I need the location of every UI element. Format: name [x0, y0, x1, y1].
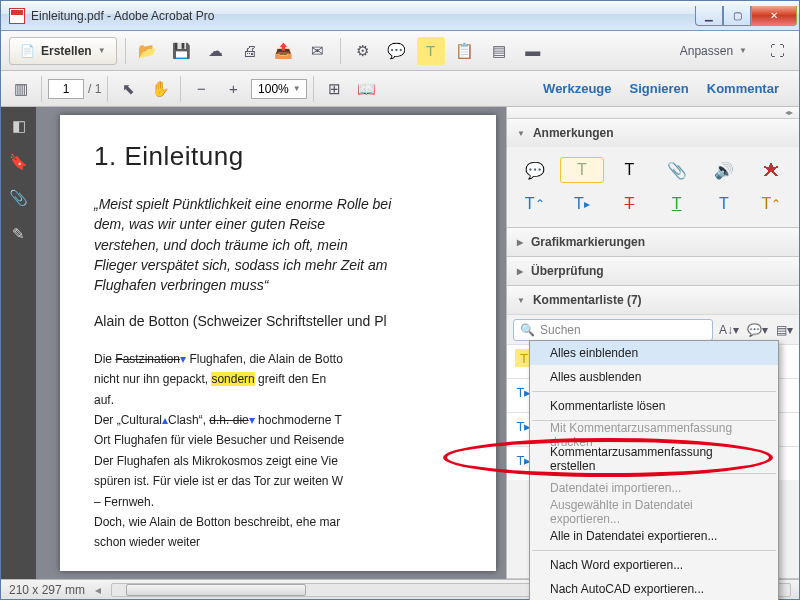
app-icon [9, 8, 25, 24]
zoom-level[interactable]: 100%▼ [251, 79, 307, 99]
author-text: Alain de Botton (Schweizer Schriftstelle… [94, 311, 462, 331]
toolbar-main: 📄 Erstellen ▼ 📂 💾 ☁ 🖨 📤 ✉ ⚙ 💬 T 📋 ▤ ▬ An… [1, 31, 799, 71]
save-button[interactable]: 💾 [168, 37, 196, 65]
cloud-button[interactable]: ☁ [202, 37, 230, 65]
menu-show-all[interactable]: Alles einblenden [530, 341, 778, 365]
underline-tool[interactable]: T [655, 191, 698, 217]
menu-print-summary: Mit Kommentarzusammenfassung drucken [530, 423, 778, 447]
pdf-page: 1. Einleitung „Meist spielt Pünktlichkei… [60, 115, 496, 571]
attach-tool[interactable]: 📎 [655, 157, 698, 183]
customize-label: Anpassen [680, 44, 733, 58]
tools-link[interactable]: Werkzeuge [543, 81, 611, 96]
zoom-in-button[interactable]: + [219, 75, 247, 103]
search-input[interactable]: 🔍 Suchen [513, 319, 713, 341]
nav-pane: ◧ 🔖 📎 ✎ [1, 107, 36, 579]
annotations-header[interactable]: ▼Anmerkungen [507, 119, 799, 147]
thumbnails-icon[interactable]: ◧ [10, 117, 28, 135]
create-label: Erstellen [41, 44, 92, 58]
signatures-icon[interactable]: ✎ [10, 225, 28, 243]
highlight-tool[interactable]: T [560, 157, 603, 183]
sort-button[interactable]: A↓▾ [719, 323, 739, 337]
insert-text-tool[interactable]: T⌃ [513, 191, 556, 217]
separator [340, 38, 341, 64]
menu-export-selected: Ausgewählte in Datendatei exportieren... [530, 500, 778, 524]
highlight-button[interactable]: T [417, 37, 445, 65]
bookmarks-icon[interactable]: 🔖 [10, 153, 28, 171]
menu-separator [532, 550, 776, 551]
attachments-icon[interactable]: 📎 [10, 189, 28, 207]
mail-button[interactable]: ✉ [304, 37, 332, 65]
menu-export-autocad[interactable]: Nach AutoCAD exportieren... [530, 577, 778, 600]
chevron-down-icon: ▼ [517, 129, 525, 138]
close-button[interactable]: ✕ [751, 6, 797, 26]
list-options: A↓▾ 💬▾ ▤▾ [719, 323, 793, 337]
commentlist-header[interactable]: ▼Kommentarliste (7) [507, 286, 799, 314]
separator [41, 76, 42, 102]
page-dimensions: 210 x 297 mm [9, 583, 85, 597]
separator [125, 38, 126, 64]
gear-button[interactable]: ⚙ [349, 37, 377, 65]
sign-link[interactable]: Signieren [630, 81, 689, 96]
annotation-tools: 💬 T T 📎 🔊 🟊 T⌃ T▸ T T T T⌃ [507, 147, 799, 227]
quote-text: „Meist spielt Pünktlichkeit eine enorme … [94, 194, 394, 295]
scroll-thumb[interactable] [126, 584, 306, 596]
chevron-down-icon: ▼ [517, 296, 525, 305]
panel-links: Werkzeuge Signieren Kommentar [543, 81, 793, 96]
menu-export-all[interactable]: Alle in Datendatei exportieren... [530, 524, 778, 548]
chevron-right-icon: ▶ [517, 238, 523, 247]
review-section: ▶Überprüfung [507, 257, 799, 286]
menu-export-word[interactable]: Nach Word exportieren... [530, 553, 778, 577]
zoom-out-button[interactable]: − [187, 75, 215, 103]
fullscreen-button[interactable]: ⛶ [763, 37, 791, 65]
strikethrough-text: Fastzination [115, 352, 180, 366]
form-button[interactable]: ▤ [485, 37, 513, 65]
window-title: Einleitung.pdf - Adobe Acrobat Pro [31, 9, 695, 23]
comment-link[interactable]: Kommentar [707, 81, 779, 96]
note-button[interactable]: 💬 [383, 37, 411, 65]
fit-tool[interactable]: ⊞ [320, 75, 348, 103]
toolbar-nav: ▥ / 1 ⬉ ✋ − + 100%▼ ⊞ 📖 Werkzeuge Signie… [1, 71, 799, 107]
menu-hide-all[interactable]: Alles ausblenden [530, 365, 778, 389]
menu-create-summary[interactable]: Kommentarzusammenfassung erstellen [530, 447, 778, 471]
strikeout-tool[interactable]: T [608, 191, 651, 217]
share-button[interactable]: 📤 [270, 37, 298, 65]
read-tool[interactable]: 📖 [352, 75, 380, 103]
text-tool[interactable]: T [608, 157, 651, 183]
stamp-tool[interactable]: 🟊 [750, 157, 793, 183]
minimize-button[interactable]: ▁ [695, 6, 723, 26]
graphics-header[interactable]: ▶Grafikmarkierungen [507, 228, 799, 256]
panel-collapse[interactable]: ◂▸ [507, 107, 799, 119]
page-input[interactable] [48, 79, 84, 99]
options-button[interactable]: ▤▾ [776, 323, 793, 337]
menu-import-data: Datendatei importieren... [530, 476, 778, 500]
print-button[interactable]: 🖨 [236, 37, 264, 65]
options-menu: Alles einblenden Alles ausblenden Kommen… [529, 340, 779, 600]
search-icon: 🔍 [520, 323, 535, 337]
create-button[interactable]: 📄 Erstellen ▼ [9, 37, 117, 65]
menu-separator [532, 391, 776, 392]
pdf-icon: 📄 [20, 44, 35, 58]
menu-detach-list[interactable]: Kommentarliste lösen [530, 394, 778, 418]
open-button[interactable]: 📂 [134, 37, 162, 65]
maximize-button[interactable]: ▢ [723, 6, 751, 26]
document-area[interactable]: 1. Einleitung „Meist spielt Pünktlichkei… [36, 107, 506, 579]
sticky-note-tool[interactable]: 💬 [513, 157, 556, 183]
audio-tool[interactable]: 🔊 [702, 157, 745, 183]
redact-button[interactable]: ▬ [519, 37, 547, 65]
separator [107, 76, 108, 102]
annotations-section: ▼Anmerkungen 💬 T T 📎 🔊 🟊 T⌃ T▸ T T T T⌃ [507, 119, 799, 228]
search-placeholder: Suchen [540, 323, 581, 337]
customize-button[interactable]: Anpassen ▼ [670, 37, 757, 65]
chevron-left-icon[interactable]: ◂ [95, 583, 101, 597]
select-tool[interactable]: ⬉ [114, 75, 142, 103]
replace-text-tool[interactable]: T▸ [560, 191, 603, 217]
hand-tool[interactable]: ✋ [146, 75, 174, 103]
page-total: / 1 [88, 82, 101, 96]
text-correction-tool[interactable]: T⌃ [750, 191, 793, 217]
body-para-1: Die Fastzination▾ Flughafen, die Alain d… [94, 348, 462, 552]
clipboard-button[interactable]: 📋 [451, 37, 479, 65]
review-header[interactable]: ▶Überprüfung [507, 257, 799, 285]
sidebar-toggle[interactable]: ▥ [7, 75, 35, 103]
add-note-tool[interactable]: T [702, 191, 745, 217]
filter-button[interactable]: 💬▾ [747, 323, 768, 337]
